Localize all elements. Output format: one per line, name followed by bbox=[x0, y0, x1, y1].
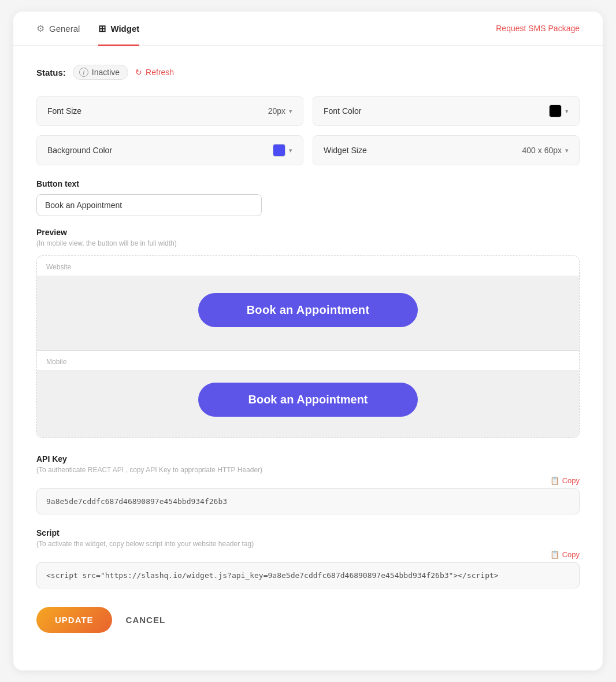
bg-color-label: Background Color bbox=[47, 146, 112, 155]
bg-color-value-group: ▾ bbox=[273, 144, 292, 157]
info-icon: i bbox=[79, 68, 88, 77]
page-content: Status: i Inactive ↻ Refresh Font Size 2… bbox=[13, 46, 603, 656]
api-key-copy-row: 📋 Copy bbox=[36, 476, 580, 485]
controls-grid: Font Size 20px ▾ Font Color ▾ Background… bbox=[36, 96, 580, 165]
refresh-label: Refresh bbox=[146, 68, 174, 77]
mobile-label: Mobile bbox=[37, 351, 579, 370]
preview-mobile: Book an Appointment bbox=[37, 370, 579, 438]
footer-actions: UPDATE CANCEL bbox=[36, 607, 580, 633]
tab-widget[interactable]: ⊞ Widget bbox=[98, 12, 139, 46]
button-text-label: Button text bbox=[36, 179, 580, 188]
font-size-label: Font Size bbox=[47, 106, 81, 116]
font-color-swatch bbox=[549, 105, 562, 117]
status-badge: i Inactive bbox=[73, 65, 128, 80]
script-copy-row: 📋 Copy bbox=[36, 550, 580, 559]
api-key-section: API Key (To authenticate REACT API , cop… bbox=[36, 454, 580, 514]
widget-size-value-group: 400 x 60px ▾ bbox=[522, 146, 569, 155]
button-text-section: Button text bbox=[36, 179, 580, 216]
tabs-bar: ⚙ General ⊞ Widget Request SMS Package bbox=[13, 12, 603, 46]
widget-size-label: Widget Size bbox=[324, 146, 367, 155]
script-title: Script bbox=[36, 528, 580, 538]
request-sms-button[interactable]: Request SMS Package bbox=[496, 24, 580, 33]
api-key-subtitle: (To authenticate REACT API , copy API Ke… bbox=[36, 466, 580, 474]
cancel-button[interactable]: CANCEL bbox=[126, 615, 166, 625]
main-card: ⚙ General ⊞ Widget Request SMS Package S… bbox=[13, 12, 603, 670]
api-key-copy-label: Copy bbox=[562, 476, 580, 485]
update-button[interactable]: UPDATE bbox=[36, 607, 112, 633]
api-key-copy-button[interactable]: 📋 Copy bbox=[550, 476, 580, 485]
preview-mobile-book-button[interactable]: Book an Appointment bbox=[198, 383, 418, 417]
tabs-left: ⚙ General ⊞ Widget bbox=[36, 12, 139, 45]
font-color-label: Font Color bbox=[324, 106, 361, 116]
script-copy-label: Copy bbox=[562, 550, 580, 559]
font-size-dropdown-arrow: ▾ bbox=[289, 108, 292, 115]
widget-size-dropdown-arrow: ▾ bbox=[565, 147, 569, 154]
tab-general[interactable]: ⚙ General bbox=[36, 12, 80, 46]
status-value: Inactive bbox=[92, 68, 120, 77]
font-color-control[interactable]: Font Color ▾ bbox=[313, 96, 580, 126]
font-size-value-group: 20px ▾ bbox=[268, 106, 292, 116]
status-row: Status: i Inactive ↻ Refresh bbox=[36, 65, 580, 80]
script-copy-icon: 📋 bbox=[550, 550, 559, 559]
script-value: <script src="https://slashq.io/widget.js… bbox=[36, 562, 580, 588]
preview-website-book-button[interactable]: Book an Appointment bbox=[198, 293, 418, 327]
copy-icon: 📋 bbox=[550, 476, 559, 485]
gear-icon: ⚙ bbox=[36, 23, 44, 34]
website-label: Website bbox=[37, 256, 579, 276]
preview-title: Preview bbox=[36, 228, 580, 237]
button-text-input[interactable] bbox=[36, 194, 262, 216]
refresh-button[interactable]: ↻ Refresh bbox=[135, 68, 174, 77]
bg-color-dropdown-arrow: ▾ bbox=[289, 147, 292, 154]
bg-color-swatch bbox=[273, 144, 285, 157]
preview-website: Book an Appointment bbox=[37, 276, 579, 350]
preview-subtitle: (In mobile view, the button will be in f… bbox=[36, 239, 580, 247]
script-subtitle: (To activate the widget, copy below scri… bbox=[36, 540, 580, 548]
font-color-dropdown-arrow: ▾ bbox=[565, 108, 569, 115]
api-key-title: API Key bbox=[36, 454, 580, 464]
preview-box: Website Book an Appointment Mobile Book … bbox=[36, 255, 580, 438]
api-key-value: 9a8e5de7cddfc687d46890897e454bbd934f26b3 bbox=[36, 488, 580, 514]
tab-general-label: General bbox=[49, 24, 80, 34]
widget-size-value: 400 x 60px bbox=[522, 146, 562, 155]
refresh-icon: ↻ bbox=[135, 68, 142, 77]
font-size-value: 20px bbox=[268, 106, 285, 116]
font-size-control[interactable]: Font Size 20px ▾ bbox=[36, 96, 303, 126]
script-copy-button[interactable]: 📋 Copy bbox=[550, 550, 580, 559]
widget-icon: ⊞ bbox=[98, 23, 106, 34]
widget-size-control[interactable]: Widget Size 400 x 60px ▾ bbox=[313, 135, 580, 165]
script-section: Script (To activate the widget, copy bel… bbox=[36, 528, 580, 588]
preview-section: Preview (In mobile view, the button will… bbox=[36, 228, 580, 438]
tab-widget-label: Widget bbox=[110, 24, 139, 34]
bg-color-control[interactable]: Background Color ▾ bbox=[36, 135, 303, 165]
font-color-value-group: ▾ bbox=[549, 105, 569, 117]
status-label: Status: bbox=[36, 68, 66, 77]
